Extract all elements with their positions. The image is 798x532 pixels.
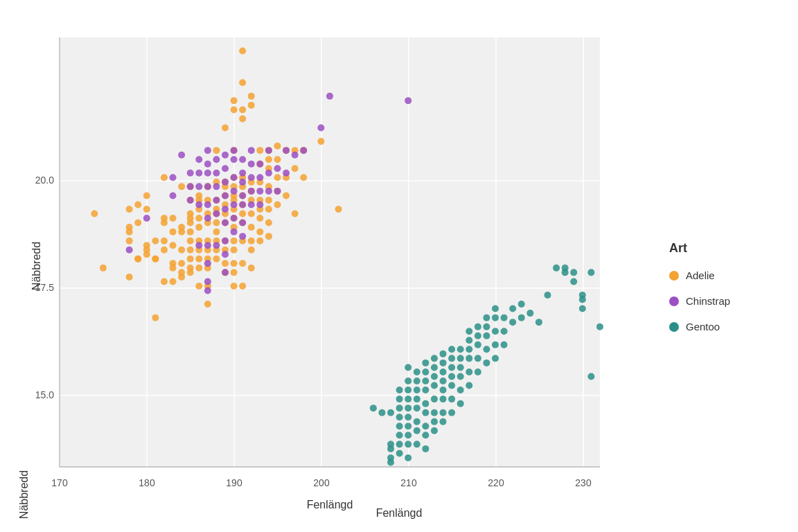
svg-point-68 xyxy=(187,247,194,254)
svg-point-211 xyxy=(222,152,229,159)
chart-container: 170 180 190 200 210 220 230 15.0 17.5 20… xyxy=(0,0,798,532)
svg-point-339 xyxy=(483,332,490,339)
svg-point-366 xyxy=(587,373,594,380)
svg-point-363 xyxy=(579,296,586,303)
svg-point-234 xyxy=(248,147,255,154)
svg-point-204 xyxy=(204,287,211,294)
svg-point-22 xyxy=(91,211,98,218)
svg-point-160 xyxy=(265,156,272,163)
svg-point-149 xyxy=(248,247,255,254)
svg-point-316 xyxy=(448,373,455,380)
svg-point-241 xyxy=(256,188,263,195)
svg-point-259 xyxy=(387,445,394,452)
svg-point-165 xyxy=(265,220,272,227)
svg-point-350 xyxy=(509,305,516,312)
svg-point-294 xyxy=(422,423,429,429)
svg-point-323 xyxy=(457,373,464,380)
svg-point-283 xyxy=(414,396,420,402)
svg-point-224 xyxy=(231,201,238,208)
gentoo-label: Gentoo xyxy=(686,321,720,332)
svg-point-23 xyxy=(100,265,107,272)
svg-point-361 xyxy=(570,278,577,285)
svg-point-302 xyxy=(431,409,438,416)
svg-point-235 xyxy=(248,161,255,168)
svg-point-213 xyxy=(222,179,229,186)
svg-point-226 xyxy=(231,229,238,236)
svg-point-364 xyxy=(579,305,586,312)
svg-point-200 xyxy=(204,215,211,222)
svg-point-65 xyxy=(187,220,194,227)
svg-point-56 xyxy=(178,229,185,236)
svg-point-40 xyxy=(152,256,159,263)
scatter-plot: 170 180 190 200 210 220 230 15.0 17.5 20… xyxy=(18,24,655,508)
svg-point-295 xyxy=(422,432,429,438)
svg-point-344 xyxy=(492,328,499,335)
svg-point-252 xyxy=(317,125,324,132)
legend-item-gentoo: Gentoo xyxy=(669,321,720,332)
svg-point-290 xyxy=(422,378,429,384)
svg-point-127 xyxy=(231,283,238,290)
svg-point-328 xyxy=(466,346,472,353)
legend-title: Art xyxy=(669,241,687,256)
svg-point-233 xyxy=(239,233,246,240)
svg-point-28 xyxy=(126,274,133,281)
svg-text:20.0: 20.0 xyxy=(35,175,54,186)
svg-point-52 xyxy=(170,265,177,272)
svg-point-81 xyxy=(195,283,202,290)
svg-point-177 xyxy=(292,211,299,218)
svg-point-197 xyxy=(204,170,211,177)
svg-point-250 xyxy=(292,152,299,159)
svg-text:15.0: 15.0 xyxy=(35,389,54,400)
svg-point-237 xyxy=(248,188,255,195)
svg-point-321 xyxy=(457,355,464,362)
svg-point-194 xyxy=(195,242,202,249)
svg-point-276 xyxy=(405,423,411,429)
svg-point-166 xyxy=(265,233,272,240)
svg-point-148 xyxy=(248,238,255,245)
y-axis-label: Näbbredd xyxy=(18,470,30,519)
x-axis-label: Fenlängd xyxy=(307,499,353,511)
svg-point-357 xyxy=(553,265,560,272)
svg-point-189 xyxy=(187,197,194,204)
svg-point-325 xyxy=(457,400,464,407)
svg-text:220: 220 xyxy=(488,477,504,488)
svg-point-296 xyxy=(422,445,429,452)
svg-point-45 xyxy=(161,238,168,245)
svg-point-308 xyxy=(440,378,447,384)
svg-point-318 xyxy=(448,396,455,402)
svg-point-183 xyxy=(143,215,150,222)
svg-point-346 xyxy=(492,355,499,362)
svg-point-314 xyxy=(448,355,455,362)
svg-point-76 xyxy=(195,224,202,231)
svg-point-60 xyxy=(178,274,185,281)
svg-point-176 xyxy=(292,165,299,172)
svg-point-209 xyxy=(213,211,220,218)
svg-point-273 xyxy=(405,396,411,402)
svg-point-102 xyxy=(222,125,229,132)
svg-point-297 xyxy=(431,355,438,362)
svg-point-367 xyxy=(596,323,603,330)
gentoo-dot xyxy=(669,322,679,332)
svg-point-41 xyxy=(152,314,159,321)
svg-point-223 xyxy=(231,188,238,195)
svg-point-79 xyxy=(195,256,202,263)
svg-point-69 xyxy=(187,256,194,263)
svg-point-227 xyxy=(239,156,246,163)
svg-point-26 xyxy=(126,238,133,245)
svg-point-54 xyxy=(178,183,185,190)
svg-point-37 xyxy=(143,247,150,254)
svg-point-114 xyxy=(231,106,238,113)
svg-point-277 xyxy=(405,432,411,438)
svg-point-347 xyxy=(501,314,508,321)
svg-point-354 xyxy=(526,310,533,317)
svg-point-38 xyxy=(152,238,159,245)
svg-point-126 xyxy=(231,269,238,276)
svg-point-31 xyxy=(134,256,141,263)
svg-point-24 xyxy=(126,206,133,213)
svg-point-140 xyxy=(239,283,246,290)
svg-point-245 xyxy=(265,188,272,195)
svg-point-185 xyxy=(170,192,177,199)
svg-point-191 xyxy=(195,170,202,177)
svg-point-136 xyxy=(239,211,246,218)
svg-point-214 xyxy=(222,192,229,199)
